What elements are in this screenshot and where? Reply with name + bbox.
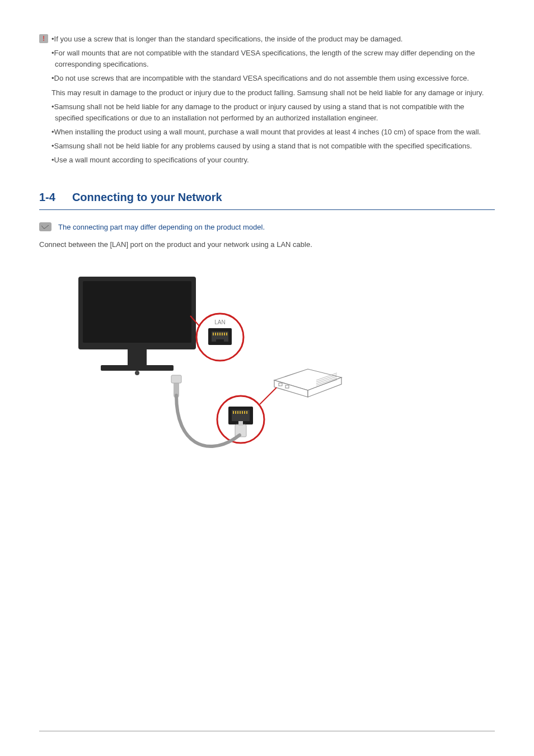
section-number: 1-4 <box>39 191 55 204</box>
section-heading: 1-4 Connecting to your Network <box>39 191 495 204</box>
svg-rect-34 <box>238 421 243 426</box>
warning-bullet: For wall mounts that are not compatible … <box>51 48 495 70</box>
note-block: The connecting part may differ depending… <box>39 222 495 231</box>
svg-rect-35 <box>171 375 181 383</box>
monitor-icon <box>78 277 196 375</box>
lan-diagram-svg: LAN <box>67 265 347 461</box>
svg-point-4 <box>135 371 139 375</box>
warning-bullet: Use a wall mount according to specificat… <box>51 155 495 166</box>
warning-bullet: If you use a screw that is longer than t… <box>51 34 495 45</box>
lan-label: LAN <box>214 319 225 325</box>
svg-rect-28 <box>237 411 238 414</box>
callout-line <box>260 388 277 404</box>
warning-bullet: Do not use screws that are incompatible … <box>51 73 495 84</box>
lan-port-zoom: LAN <box>196 314 243 361</box>
svg-rect-14 <box>224 333 225 335</box>
exclamation-icon: ! <box>43 35 45 42</box>
note-icon <box>39 222 51 231</box>
svg-rect-13 <box>222 333 223 335</box>
warning-bullet: Samsung shall not be held liable for any… <box>51 101 495 124</box>
svg-rect-30 <box>242 411 243 414</box>
warning-bullet: When installing the product using a wall… <box>51 127 495 138</box>
warning-icon: ! <box>39 34 48 43</box>
svg-rect-29 <box>240 411 241 414</box>
svg-rect-26 <box>233 411 234 414</box>
svg-rect-2 <box>128 349 147 365</box>
svg-rect-15 <box>226 333 227 335</box>
lan-connection-illustration: LAN <box>67 265 495 464</box>
warning-paragraph: This may result in damage to the product… <box>51 87 495 99</box>
svg-rect-31 <box>244 411 245 414</box>
section-title: Connecting to your Network <box>72 191 222 204</box>
warning-list: If you use a screw that is longer than t… <box>51 34 495 169</box>
svg-rect-10 <box>215 333 216 335</box>
svg-rect-11 <box>217 333 218 335</box>
svg-rect-9 <box>213 333 214 335</box>
footer-divider <box>39 731 495 731</box>
body-text: Connect between the [LAN] port on the pr… <box>39 240 495 249</box>
svg-rect-27 <box>235 411 236 414</box>
section-divider <box>39 209 495 210</box>
router-icon <box>274 369 341 397</box>
warning-bullet: Samsung shall not be held liable for any… <box>51 141 495 152</box>
svg-rect-12 <box>219 333 221 335</box>
warning-block: ! If you use a screw that is longer than… <box>39 34 495 169</box>
svg-rect-1 <box>83 281 191 343</box>
svg-rect-3 <box>101 365 174 371</box>
svg-rect-32 <box>246 411 247 414</box>
note-text: The connecting part may differ depending… <box>58 223 265 231</box>
svg-rect-8 <box>216 339 224 343</box>
